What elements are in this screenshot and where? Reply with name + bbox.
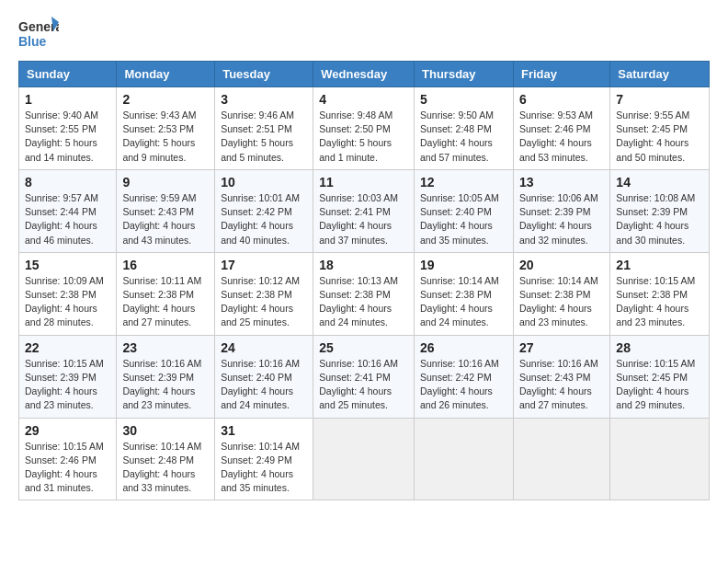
day-info: Sunrise: 10:16 AMSunset: 2:41 PMDaylight… [319,357,408,413]
day-number: 9 [122,175,209,190]
day-info: Sunrise: 9:53 AMSunset: 2:46 PMDaylight:… [519,109,604,165]
day-cell: 5Sunrise: 9:50 AMSunset: 2:48 PMDaylight… [415,87,514,170]
day-number: 25 [319,340,408,355]
week-row-1: 1Sunrise: 9:40 AMSunset: 2:55 PMDaylight… [19,87,710,170]
day-info: Sunrise: 9:46 AMSunset: 2:51 PMDaylight:… [221,109,307,165]
logo-svg: GeneralBlue [18,15,59,52]
day-number: 20 [519,258,604,272]
day-info: Sunrise: 9:57 AMSunset: 2:44 PMDaylight:… [25,191,110,247]
day-number: 21 [616,258,703,272]
day-info: Sunrise: 10:15 AMSunset: 2:46 PMDaylight… [25,440,110,496]
day-number: 28 [616,340,703,355]
day-info: Sunrise: 10:14 AMSunset: 2:48 PMDaylight… [122,440,209,496]
day-info: Sunrise: 10:11 AMSunset: 2:38 PMDaylight… [122,274,209,330]
day-number: 23 [122,340,209,355]
day-cell: 25Sunrise: 10:16 AMSunset: 2:41 PMDaylig… [313,335,415,418]
day-info: Sunrise: 10:16 AMSunset: 2:42 PMDaylight… [420,357,507,413]
day-cell: 9Sunrise: 9:59 AMSunset: 2:43 PMDaylight… [117,169,215,252]
calendar-table: SundayMondayTuesdayWednesdayThursdayFrid… [18,61,710,500]
header: GeneralBlue [18,15,710,52]
week-row-5: 29Sunrise: 10:15 AMSunset: 2:46 PMDaylig… [19,418,710,500]
day-number: 22 [25,340,110,355]
day-cell: 10Sunrise: 10:01 AMSunset: 2:42 PMDaylig… [215,169,313,252]
day-number: 14 [616,175,703,190]
day-info: Sunrise: 10:16 AMSunset: 2:43 PMDaylight… [519,357,604,413]
day-info: Sunrise: 9:59 AMSunset: 2:43 PMDaylight:… [122,191,209,247]
day-number: 27 [519,340,604,355]
day-header-monday: Monday [117,62,215,87]
day-info: Sunrise: 10:13 AMSunset: 2:38 PMDaylight… [319,274,408,330]
day-header-wednesday: Wednesday [313,62,415,87]
day-header-tuesday: Tuesday [215,62,313,87]
day-cell: 3Sunrise: 9:46 AMSunset: 2:51 PMDaylight… [215,87,313,170]
day-cell: 31Sunrise: 10:14 AMSunset: 2:49 PMDaylig… [215,418,313,500]
day-number: 31 [221,423,307,438]
page: GeneralBlue SundayMondayTuesdayWednesday… [0,0,728,515]
day-number: 12 [420,175,507,190]
day-cell: 11Sunrise: 10:03 AMSunset: 2:41 PMDaylig… [313,169,415,252]
day-cell: 8Sunrise: 9:57 AMSunset: 2:44 PMDaylight… [19,169,117,252]
day-cell: 13Sunrise: 10:06 AMSunset: 2:39 PMDaylig… [513,169,609,252]
day-header-saturday: Saturday [610,62,710,87]
day-header-sunday: Sunday [19,62,117,87]
day-info: Sunrise: 10:14 AMSunset: 2:49 PMDaylight… [221,440,307,496]
day-info: Sunrise: 10:08 AMSunset: 2:39 PMDaylight… [616,191,703,247]
day-info: Sunrise: 9:48 AMSunset: 2:50 PMDaylight:… [319,109,408,165]
day-cell: 7Sunrise: 9:55 AMSunset: 2:45 PMDaylight… [610,87,710,170]
calendar-header: SundayMondayTuesdayWednesdayThursdayFrid… [19,62,710,87]
day-info: Sunrise: 10:15 AMSunset: 2:39 PMDaylight… [25,357,110,413]
day-number: 11 [319,175,408,190]
day-info: Sunrise: 10:12 AMSunset: 2:38 PMDaylight… [221,274,307,330]
day-number: 10 [221,175,307,190]
day-cell: 27Sunrise: 10:16 AMSunset: 2:43 PMDaylig… [513,335,609,418]
day-info: Sunrise: 10:09 AMSunset: 2:38 PMDaylight… [25,274,110,330]
day-number: 5 [420,92,507,107]
day-cell [415,418,514,500]
week-row-2: 8Sunrise: 9:57 AMSunset: 2:44 PMDaylight… [19,169,710,252]
day-cell [313,418,415,500]
day-number: 29 [25,423,110,438]
day-cell: 6Sunrise: 9:53 AMSunset: 2:46 PMDaylight… [513,87,609,170]
day-cell: 17Sunrise: 10:12 AMSunset: 2:38 PMDaylig… [215,252,313,335]
day-info: Sunrise: 10:16 AMSunset: 2:40 PMDaylight… [221,357,307,413]
day-cell: 29Sunrise: 10:15 AMSunset: 2:46 PMDaylig… [19,418,117,500]
day-info: Sunrise: 10:03 AMSunset: 2:41 PMDaylight… [319,191,408,247]
day-cell: 24Sunrise: 10:16 AMSunset: 2:40 PMDaylig… [215,335,313,418]
day-cell: 2Sunrise: 9:43 AMSunset: 2:53 PMDaylight… [117,87,215,170]
day-cell: 23Sunrise: 10:16 AMSunset: 2:39 PMDaylig… [117,335,215,418]
day-cell: 15Sunrise: 10:09 AMSunset: 2:38 PMDaylig… [19,252,117,335]
day-cell: 4Sunrise: 9:48 AMSunset: 2:50 PMDaylight… [313,87,415,170]
day-info: Sunrise: 9:40 AMSunset: 2:55 PMDaylight:… [25,109,110,165]
day-info: Sunrise: 10:15 AMSunset: 2:45 PMDaylight… [616,357,703,413]
day-number: 15 [25,258,110,272]
day-info: Sunrise: 9:50 AMSunset: 2:48 PMDaylight:… [420,109,507,165]
day-cell: 18Sunrise: 10:13 AMSunset: 2:38 PMDaylig… [313,252,415,335]
day-cell: 19Sunrise: 10:14 AMSunset: 2:38 PMDaylig… [415,252,514,335]
day-cell: 30Sunrise: 10:14 AMSunset: 2:48 PMDaylig… [117,418,215,500]
svg-text:Blue: Blue [18,34,47,49]
week-row-4: 22Sunrise: 10:15 AMSunset: 2:39 PMDaylig… [19,335,710,418]
day-info: Sunrise: 10:16 AMSunset: 2:39 PMDaylight… [122,357,209,413]
day-number: 26 [420,340,507,355]
day-info: Sunrise: 10:06 AMSunset: 2:39 PMDaylight… [519,191,604,247]
day-number: 17 [221,258,307,272]
day-number: 8 [25,175,110,190]
day-number: 3 [221,92,307,107]
day-info: Sunrise: 10:14 AMSunset: 2:38 PMDaylight… [519,274,604,330]
day-cell [610,418,710,500]
week-row-3: 15Sunrise: 10:09 AMSunset: 2:38 PMDaylig… [19,252,710,335]
day-cell: 14Sunrise: 10:08 AMSunset: 2:39 PMDaylig… [610,169,710,252]
day-number: 1 [25,92,110,107]
day-cell: 12Sunrise: 10:05 AMSunset: 2:40 PMDaylig… [415,169,514,252]
logo: GeneralBlue [18,15,59,52]
day-info: Sunrise: 9:55 AMSunset: 2:45 PMDaylight:… [616,109,703,165]
day-number: 7 [616,92,703,107]
day-cell: 16Sunrise: 10:11 AMSunset: 2:38 PMDaylig… [117,252,215,335]
day-header-friday: Friday [513,62,609,87]
header-row: SundayMondayTuesdayWednesdayThursdayFrid… [19,62,710,87]
day-number: 24 [221,340,307,355]
day-info: Sunrise: 10:01 AMSunset: 2:42 PMDaylight… [221,191,307,247]
day-number: 2 [122,92,209,107]
day-number: 6 [519,92,604,107]
day-header-thursday: Thursday [415,62,514,87]
